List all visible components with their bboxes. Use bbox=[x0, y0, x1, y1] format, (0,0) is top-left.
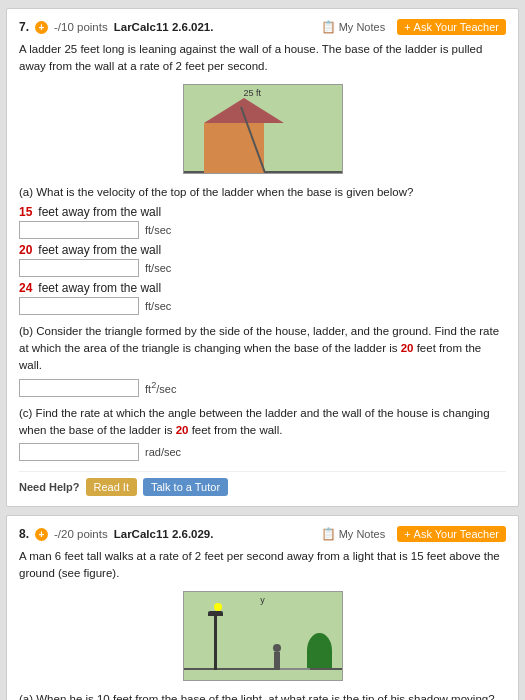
subq-7c: (c) Find the rate at which the angle bet… bbox=[19, 405, 506, 462]
problem-8-header: 8. + -/20 points LarCalc11 2.6.029. 📋 My… bbox=[19, 526, 506, 542]
subq-7a-input2-row: ft/sec bbox=[19, 259, 506, 277]
subq-7b-input-row: ft2/sec bbox=[19, 379, 506, 397]
highlight-7c: 20 bbox=[176, 424, 189, 436]
notes-icon-7: 📋 bbox=[321, 20, 336, 34]
plus-icon-7: + bbox=[404, 21, 410, 33]
image-label-7: 25 ft bbox=[244, 88, 262, 98]
problem-7-number: 7. bbox=[19, 20, 29, 34]
subq-7b: (b) Consider the triangle formed by the … bbox=[19, 323, 506, 397]
plus-icon-8: + bbox=[404, 528, 410, 540]
read-it-btn-7[interactable]: Read It bbox=[86, 478, 137, 496]
answer-input-7b[interactable] bbox=[19, 379, 139, 397]
subq-7a-text: (a) What is the velocity of the top of t… bbox=[19, 184, 506, 201]
my-notes-link-7[interactable]: 📋 My Notes bbox=[321, 20, 385, 34]
subq-7a-part3: 24 feet away from the wall bbox=[19, 281, 506, 295]
unit-7a-2: ft/sec bbox=[145, 262, 171, 274]
problem-8-course: LarCalc11 2.6.029. bbox=[114, 528, 214, 540]
unit-7c: rad/sec bbox=[145, 446, 181, 458]
problem-7-description: A ladder 25 feet long is leaning against… bbox=[19, 41, 506, 76]
subq-7a-part2: 20 feet away from the wall bbox=[19, 243, 506, 257]
part3-label: 24 bbox=[19, 281, 32, 295]
problem-7-header: 7. + -/10 points LarCalc11 2.6.021. 📋 My… bbox=[19, 19, 506, 35]
subq-7a-input3-row: ft/sec bbox=[19, 297, 506, 315]
answer-input-7a-1[interactable] bbox=[19, 221, 139, 239]
ask-teacher-btn-7[interactable]: + Ask Your Teacher bbox=[397, 19, 506, 35]
problem-7-image: 25 ft bbox=[183, 84, 343, 174]
highlight-7b: 20 bbox=[401, 342, 414, 354]
unit-7a-1: ft/sec bbox=[145, 224, 171, 236]
subq-7c-input-row: rad/sec bbox=[19, 443, 506, 461]
my-notes-link-8[interactable]: 📋 My Notes bbox=[321, 527, 385, 541]
problem-8-number: 8. bbox=[19, 527, 29, 541]
problem-8-card: 8. + -/20 points LarCalc11 2.6.029. 📋 My… bbox=[6, 515, 519, 700]
problem-7-course: LarCalc11 2.6.021. bbox=[114, 21, 214, 33]
answer-input-7a-2[interactable] bbox=[19, 259, 139, 277]
talk-tutor-btn-7[interactable]: Talk to a Tutor bbox=[143, 478, 228, 496]
subq-8a-text: (a) When he is 10 feet from the base of … bbox=[19, 691, 506, 701]
subq-7c-text: (c) Find the rate at which the angle bet… bbox=[19, 405, 506, 440]
need-help-7: Need Help? Read It Talk to a Tutor bbox=[19, 471, 506, 496]
problem-8-image: y bbox=[183, 591, 343, 681]
problem-8-description: A man 6 feet tall walks at a rate of 2 f… bbox=[19, 548, 506, 583]
answer-input-7c[interactable] bbox=[19, 443, 139, 461]
part1-label: 15 bbox=[19, 205, 32, 219]
points-icon-8: + bbox=[35, 528, 48, 541]
subq-7a: (a) What is the velocity of the top of t… bbox=[19, 184, 506, 315]
subq-7b-text: (b) Consider the triangle formed by the … bbox=[19, 323, 506, 375]
subq-7a-part1: 15 feet away from the wall bbox=[19, 205, 506, 219]
notes-icon-8: 📋 bbox=[321, 527, 336, 541]
need-help-label-7: Need Help? bbox=[19, 481, 80, 493]
subq-8a: (a) When he is 10 feet from the base of … bbox=[19, 691, 506, 701]
answer-input-7a-3[interactable] bbox=[19, 297, 139, 315]
unit-7a-3: ft/sec bbox=[145, 300, 171, 312]
unit-7b: ft2/sec bbox=[145, 380, 176, 395]
subq-7a-input1-row: ft/sec bbox=[19, 221, 506, 239]
problem-8-points: -/20 points bbox=[54, 528, 108, 540]
ask-teacher-btn-8[interactable]: + Ask Your Teacher bbox=[397, 526, 506, 542]
problem-7-card: 7. + -/10 points LarCalc11 2.6.021. 📋 My… bbox=[6, 8, 519, 507]
problem-7-points: -/10 points bbox=[54, 21, 108, 33]
part2-label: 20 bbox=[19, 243, 32, 257]
image-label-8: y bbox=[260, 595, 265, 605]
points-icon-7: + bbox=[35, 21, 48, 34]
